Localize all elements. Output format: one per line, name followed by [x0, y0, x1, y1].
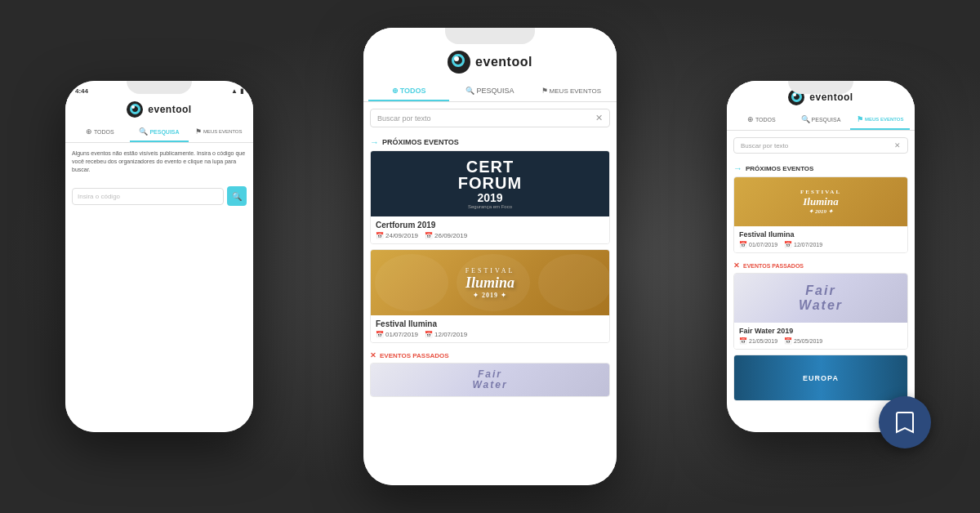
right-fairwater-start: 📅 21/05/2019	[739, 337, 777, 345]
left-logo-icon	[127, 101, 143, 118]
code-search-button[interactable]: 🔍	[227, 186, 247, 206]
certforum-title2: FORUM	[458, 175, 522, 191]
certforum-info: Certforum 2019 📅 24/09/2019 📅 26/09/2019	[371, 216, 609, 243]
right-fairwater-text: FairWater	[799, 283, 843, 312]
right-fairwater-dates: 📅 21/05/2019 📅 25/05/2019	[739, 337, 902, 345]
past-events-label: EVENTOS PASSADOS	[380, 352, 449, 359]
calendar-icon-end: 📅	[425, 232, 433, 239]
center-logo-text: eventool	[475, 55, 532, 69]
ilumina-start-date: 📅 01/07/2019	[376, 331, 418, 338]
certforum-dates: 📅 24/09/2019 📅 26/09/2019	[376, 232, 604, 239]
phone-right-notch	[788, 81, 853, 94]
right-tabs: ⊕ TODOS 🔍 PESQUISA ⚑ MEUS EVENTOS	[727, 110, 915, 131]
globe-icon-left-todos: ⊕	[86, 127, 92, 136]
ilumina-dates: 📅 01/07/2019 📅 12/07/2019	[376, 331, 604, 338]
cal-icon-right-ilumina-start: 📅	[739, 241, 747, 248]
cal-icon-ilumina-end: 📅	[425, 331, 433, 338]
phone-left: 4:44 ▲ ▮ eventool ⊕ TODOS	[65, 81, 253, 432]
center-search-close-icon[interactable]: ✕	[595, 113, 603, 123]
filter-icon-left-meus: ⚑	[195, 127, 202, 136]
center-tab-pesquisa[interactable]: 🔍 PESQUISA	[449, 82, 530, 101]
right-arrow-icon: →	[733, 163, 742, 173]
right-fairwater-info: Fair Water 2019 📅 21/05/2019 📅 25/05/201…	[734, 323, 907, 349]
right-europa-card[interactable]: EUROPA	[733, 355, 908, 401]
code-input-row: Insira o código 🔍	[72, 186, 247, 206]
right-past-icon: ✕	[733, 261, 740, 270]
right-tab-meus-eventos[interactable]: ⚑ MEUS EVENTOS	[850, 110, 910, 130]
right-past-events-header: ✕ EVENTOS PASSADOS	[727, 258, 915, 273]
certforum-subtitle: Segurança em Foco	[468, 204, 512, 209]
past-icon: ✕	[370, 351, 376, 359]
search-icon-right-pesquisa: 🔍	[801, 115, 810, 123]
left-tab-meus-eventos[interactable]: ⚑ MEUS EVENTOS	[189, 123, 248, 142]
right-ilumina-info: Festival Ilumina 📅 01/07/2019 📅 12/07/20…	[734, 226, 907, 252]
right-ilumina-start: 📅 01/07/2019	[739, 241, 777, 248]
ilumina-text: FESTIVAL Ilumina ✦ 2019 ✦	[466, 267, 515, 299]
scene: 4:44 ▲ ▮ eventool ⊕ TODOS	[0, 0, 980, 513]
battery-icon: ▮	[240, 87, 243, 95]
right-europa-banner: EUROPA	[734, 355, 907, 400]
right-ilumina-dates: 📅 01/07/2019 📅 12/07/2019	[739, 241, 902, 248]
right-fairwater-name: Fair Water 2019	[739, 327, 902, 335]
code-input-display[interactable]: Insira o código	[72, 188, 224, 205]
center-next-events-header: → PRÓXIMOS EVENTOS	[363, 134, 617, 150]
globe-icon-right-todos: ⊕	[747, 115, 754, 123]
ilumina-year: ✦ 2019 ✦	[466, 292, 515, 299]
center-search-placeholder: Buscar por texto	[377, 114, 595, 123]
certforum-year: 2019	[477, 191, 502, 204]
next-events-label: PRÓXIMOS EVENTOS	[382, 138, 459, 146]
right-next-events-label: PRÓXIMOS EVENTOS	[746, 165, 813, 172]
center-search-bar[interactable]: Buscar por texto ✕	[370, 109, 610, 127]
ilumina-card[interactable]: FESTIVAL Ilumina ✦ 2019 ✦ Festival Ilumi…	[370, 249, 610, 343]
right-tab-todos[interactable]: ⊕ TODOS	[732, 110, 791, 130]
left-logo: eventool	[127, 101, 191, 118]
arrow-icon: →	[370, 137, 379, 147]
fairwater-banner-partial: FairWater	[371, 364, 609, 396]
right-tab-pesquisa[interactable]: 🔍 PESQUISA	[791, 110, 851, 130]
phone-right: eventool ⊕ TODOS 🔍 PESQUISA ⚑ MEUS EVENT…	[727, 81, 915, 432]
right-ilumina-card[interactable]: FESTIVAL Ilumina ✦ 2019 ✦ Festival Ilumi…	[733, 176, 908, 253]
left-tabs: ⊕ TODOS 🔍 PESQUISA ⚑ MEUS EVENTOS	[65, 123, 253, 143]
phone-left-notch	[127, 81, 192, 94]
wifi-icon: ▲	[231, 87, 238, 95]
right-ilumina-text: FESTIVAL Ilumina ✦ 2019 ✦	[800, 189, 841, 215]
right-search-close-icon[interactable]: ✕	[894, 141, 901, 149]
cal-icon-right-ilumina-end: 📅	[784, 241, 792, 248]
phone-center-screen: eventool ⊕ TODOS 🔍 PESQUISA ⚑ MEUS EVENT…	[363, 28, 617, 485]
right-europa-text: EUROPA	[803, 374, 839, 382]
cal-icon-fairwater-start: 📅	[739, 337, 747, 345]
search-icon: 🔍	[232, 192, 242, 201]
phone-center-notch	[445, 28, 535, 44]
certforum-card[interactable]: CERT FORUM 2019 Segurança em Foco Certfo…	[370, 150, 610, 244]
left-tab-pesquisa[interactable]: 🔍 PESQUISA	[130, 123, 189, 142]
fairwater-card-partial[interactable]: FairWater	[370, 363, 610, 397]
code-placeholder: Insira o código	[78, 193, 120, 200]
right-search-bar[interactable]: Buscar por texto ✕	[733, 137, 908, 154]
ilumina-festival-label: FESTIVAL	[466, 267, 515, 274]
right-fairwater-card[interactable]: FairWater Fair Water 2019 📅 21/05/2019 📅…	[733, 273, 908, 350]
filter-icon-right-meus: ⚑	[857, 115, 863, 123]
phone-left-screen: 4:44 ▲ ▮ eventool ⊕ TODOS	[65, 81, 253, 432]
right-ilumina-name: Festival Ilumina	[739, 230, 902, 239]
time-display: 4:44	[75, 87, 88, 95]
left-tab-todos[interactable]: ⊕ TODOS	[70, 123, 130, 142]
certforum-banner: CERT FORUM 2019 Segurança em Foco	[371, 151, 609, 216]
center-tab-todos[interactable]: ⊕ TODOS	[368, 82, 449, 101]
bookmark-button[interactable]	[879, 396, 931, 448]
ilumina-banner: FESTIVAL Ilumina ✦ 2019 ✦	[371, 250, 609, 315]
right-next-events-header: → PRÓXIMOS EVENTOS	[727, 160, 915, 176]
certforum-title: CERT	[466, 158, 514, 175]
search-icon-pesquisa: 🔍	[466, 87, 474, 95]
pesquisa-description: Alguns eventos não estão visíveis public…	[65, 143, 253, 180]
ilumina-end-date: 📅 12/07/2019	[425, 331, 467, 338]
ilumina-info: Festival Ilumina 📅 01/07/2019 📅 12/07/20…	[371, 315, 609, 342]
right-past-events-label: EVENTOS PASSADOS	[743, 263, 804, 269]
globe-icon-todos: ⊕	[392, 87, 399, 95]
center-past-events-header: ✕ EVENTOS PASSADOS	[363, 348, 617, 363]
center-tab-meus-eventos[interactable]: ⚑ MEUS EVENTOS	[531, 82, 612, 101]
right-fairwater-end: 📅 25/05/2019	[784, 337, 822, 345]
certforum-start-date: 📅 24/09/2019	[376, 232, 418, 239]
right-ilumina-banner: FESTIVAL Ilumina ✦ 2019 ✦	[734, 177, 907, 226]
cal-icon-ilumina-start: 📅	[376, 331, 384, 338]
calendar-icon-start: 📅	[376, 232, 384, 239]
